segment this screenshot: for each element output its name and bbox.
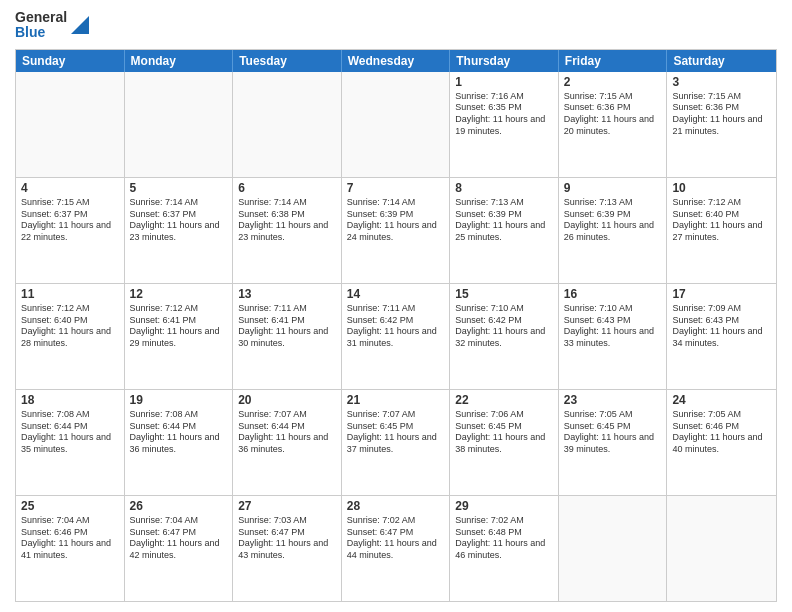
day-info: Sunrise: 7:12 AM Sunset: 6:41 PM Dayligh… xyxy=(130,303,228,350)
calendar-day-22: 22Sunrise: 7:06 AM Sunset: 6:45 PM Dayli… xyxy=(450,390,559,495)
calendar-empty-cell xyxy=(342,72,451,177)
day-header-friday: Friday xyxy=(559,50,668,72)
calendar-day-7: 7Sunrise: 7:14 AM Sunset: 6:39 PM Daylig… xyxy=(342,178,451,283)
day-number: 7 xyxy=(347,181,445,195)
day-info: Sunrise: 7:16 AM Sunset: 6:35 PM Dayligh… xyxy=(455,91,553,138)
calendar-day-6: 6Sunrise: 7:14 AM Sunset: 6:38 PM Daylig… xyxy=(233,178,342,283)
day-number: 3 xyxy=(672,75,771,89)
calendar-day-15: 15Sunrise: 7:10 AM Sunset: 6:42 PM Dayli… xyxy=(450,284,559,389)
calendar-day-2: 2Sunrise: 7:15 AM Sunset: 6:36 PM Daylig… xyxy=(559,72,668,177)
calendar-empty-cell xyxy=(16,72,125,177)
day-number: 11 xyxy=(21,287,119,301)
day-number: 6 xyxy=(238,181,336,195)
calendar-day-8: 8Sunrise: 7:13 AM Sunset: 6:39 PM Daylig… xyxy=(450,178,559,283)
day-number: 27 xyxy=(238,499,336,513)
day-info: Sunrise: 7:14 AM Sunset: 6:38 PM Dayligh… xyxy=(238,197,336,244)
day-number: 12 xyxy=(130,287,228,301)
day-info: Sunrise: 7:05 AM Sunset: 6:45 PM Dayligh… xyxy=(564,409,662,456)
day-number: 19 xyxy=(130,393,228,407)
calendar-week-2: 4Sunrise: 7:15 AM Sunset: 6:37 PM Daylig… xyxy=(16,177,776,283)
day-info: Sunrise: 7:15 AM Sunset: 6:36 PM Dayligh… xyxy=(672,91,771,138)
calendar-week-5: 25Sunrise: 7:04 AM Sunset: 6:46 PM Dayli… xyxy=(16,495,776,601)
day-info: Sunrise: 7:06 AM Sunset: 6:45 PM Dayligh… xyxy=(455,409,553,456)
logo-general-text: General xyxy=(15,10,67,25)
calendar-week-4: 18Sunrise: 7:08 AM Sunset: 6:44 PM Dayli… xyxy=(16,389,776,495)
day-number: 10 xyxy=(672,181,771,195)
day-info: Sunrise: 7:02 AM Sunset: 6:47 PM Dayligh… xyxy=(347,515,445,562)
day-info: Sunrise: 7:13 AM Sunset: 6:39 PM Dayligh… xyxy=(455,197,553,244)
day-info: Sunrise: 7:12 AM Sunset: 6:40 PM Dayligh… xyxy=(21,303,119,350)
day-info: Sunrise: 7:11 AM Sunset: 6:42 PM Dayligh… xyxy=(347,303,445,350)
day-info: Sunrise: 7:11 AM Sunset: 6:41 PM Dayligh… xyxy=(238,303,336,350)
day-info: Sunrise: 7:05 AM Sunset: 6:46 PM Dayligh… xyxy=(672,409,771,456)
header: General Blue General Blue xyxy=(15,10,777,41)
day-number: 5 xyxy=(130,181,228,195)
day-number: 21 xyxy=(347,393,445,407)
calendar-empty-cell xyxy=(667,496,776,601)
day-number: 17 xyxy=(672,287,771,301)
day-number: 8 xyxy=(455,181,553,195)
day-info: Sunrise: 7:13 AM Sunset: 6:39 PM Dayligh… xyxy=(564,197,662,244)
day-header-thursday: Thursday xyxy=(450,50,559,72)
day-info: Sunrise: 7:04 AM Sunset: 6:46 PM Dayligh… xyxy=(21,515,119,562)
day-info: Sunrise: 7:07 AM Sunset: 6:44 PM Dayligh… xyxy=(238,409,336,456)
calendar-day-20: 20Sunrise: 7:07 AM Sunset: 6:44 PM Dayli… xyxy=(233,390,342,495)
calendar-day-1: 1Sunrise: 7:16 AM Sunset: 6:35 PM Daylig… xyxy=(450,72,559,177)
day-info: Sunrise: 7:10 AM Sunset: 6:43 PM Dayligh… xyxy=(564,303,662,350)
calendar-day-19: 19Sunrise: 7:08 AM Sunset: 6:44 PM Dayli… xyxy=(125,390,234,495)
day-info: Sunrise: 7:09 AM Sunset: 6:43 PM Dayligh… xyxy=(672,303,771,350)
day-info: Sunrise: 7:10 AM Sunset: 6:42 PM Dayligh… xyxy=(455,303,553,350)
day-number: 9 xyxy=(564,181,662,195)
calendar-day-26: 26Sunrise: 7:04 AM Sunset: 6:47 PM Dayli… xyxy=(125,496,234,601)
calendar-day-24: 24Sunrise: 7:05 AM Sunset: 6:46 PM Dayli… xyxy=(667,390,776,495)
day-number: 16 xyxy=(564,287,662,301)
calendar-day-18: 18Sunrise: 7:08 AM Sunset: 6:44 PM Dayli… xyxy=(16,390,125,495)
calendar-day-16: 16Sunrise: 7:10 AM Sunset: 6:43 PM Dayli… xyxy=(559,284,668,389)
day-info: Sunrise: 7:03 AM Sunset: 6:47 PM Dayligh… xyxy=(238,515,336,562)
calendar-day-27: 27Sunrise: 7:03 AM Sunset: 6:47 PM Dayli… xyxy=(233,496,342,601)
calendar-empty-cell xyxy=(559,496,668,601)
calendar-empty-cell xyxy=(233,72,342,177)
day-number: 20 xyxy=(238,393,336,407)
day-info: Sunrise: 7:14 AM Sunset: 6:39 PM Dayligh… xyxy=(347,197,445,244)
day-number: 13 xyxy=(238,287,336,301)
calendar-day-17: 17Sunrise: 7:09 AM Sunset: 6:43 PM Dayli… xyxy=(667,284,776,389)
day-number: 14 xyxy=(347,287,445,301)
day-header-wednesday: Wednesday xyxy=(342,50,451,72)
day-info: Sunrise: 7:14 AM Sunset: 6:37 PM Dayligh… xyxy=(130,197,228,244)
day-info: Sunrise: 7:02 AM Sunset: 6:48 PM Dayligh… xyxy=(455,515,553,562)
calendar-header: SundayMondayTuesdayWednesdayThursdayFrid… xyxy=(16,50,776,72)
page: General Blue General Blue SundayMondayTu… xyxy=(0,0,792,612)
day-header-monday: Monday xyxy=(125,50,234,72)
day-number: 2 xyxy=(564,75,662,89)
day-header-sunday: Sunday xyxy=(16,50,125,72)
logo-triangle-icon xyxy=(71,16,89,34)
day-number: 26 xyxy=(130,499,228,513)
day-number: 4 xyxy=(21,181,119,195)
calendar-week-3: 11Sunrise: 7:12 AM Sunset: 6:40 PM Dayli… xyxy=(16,283,776,389)
calendar-day-10: 10Sunrise: 7:12 AM Sunset: 6:40 PM Dayli… xyxy=(667,178,776,283)
day-info: Sunrise: 7:15 AM Sunset: 6:36 PM Dayligh… xyxy=(564,91,662,138)
calendar-week-1: 1Sunrise: 7:16 AM Sunset: 6:35 PM Daylig… xyxy=(16,72,776,177)
day-number: 22 xyxy=(455,393,553,407)
day-info: Sunrise: 7:08 AM Sunset: 6:44 PM Dayligh… xyxy=(130,409,228,456)
day-number: 15 xyxy=(455,287,553,301)
day-header-tuesday: Tuesday xyxy=(233,50,342,72)
day-info: Sunrise: 7:08 AM Sunset: 6:44 PM Dayligh… xyxy=(21,409,119,456)
calendar-day-14: 14Sunrise: 7:11 AM Sunset: 6:42 PM Dayli… xyxy=(342,284,451,389)
day-number: 1 xyxy=(455,75,553,89)
day-info: Sunrise: 7:07 AM Sunset: 6:45 PM Dayligh… xyxy=(347,409,445,456)
calendar-day-3: 3Sunrise: 7:15 AM Sunset: 6:36 PM Daylig… xyxy=(667,72,776,177)
calendar-day-12: 12Sunrise: 7:12 AM Sunset: 6:41 PM Dayli… xyxy=(125,284,234,389)
calendar-day-4: 4Sunrise: 7:15 AM Sunset: 6:37 PM Daylig… xyxy=(16,178,125,283)
calendar-body: 1Sunrise: 7:16 AM Sunset: 6:35 PM Daylig… xyxy=(16,72,776,601)
calendar-day-13: 13Sunrise: 7:11 AM Sunset: 6:41 PM Dayli… xyxy=(233,284,342,389)
logo: General Blue General Blue xyxy=(15,10,89,41)
day-number: 18 xyxy=(21,393,119,407)
day-info: Sunrise: 7:12 AM Sunset: 6:40 PM Dayligh… xyxy=(672,197,771,244)
day-info: Sunrise: 7:15 AM Sunset: 6:37 PM Dayligh… xyxy=(21,197,119,244)
calendar-day-5: 5Sunrise: 7:14 AM Sunset: 6:37 PM Daylig… xyxy=(125,178,234,283)
day-number: 29 xyxy=(455,499,553,513)
calendar: SundayMondayTuesdayWednesdayThursdayFrid… xyxy=(15,49,777,602)
logo-blue-text: Blue xyxy=(15,25,67,40)
